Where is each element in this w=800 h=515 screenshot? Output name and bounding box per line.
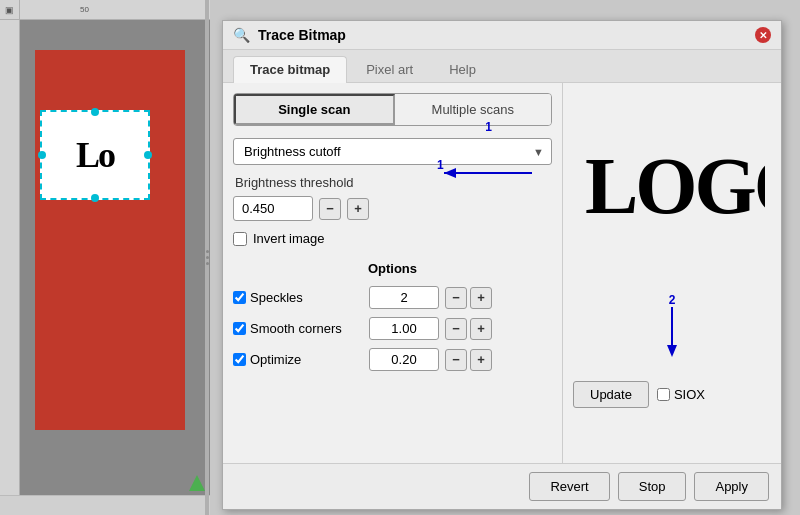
logo-box: Lo — [40, 110, 150, 200]
sep-dot-3 — [206, 262, 209, 265]
invert-label: Invert image — [253, 231, 325, 246]
annotation-arrow-2 — [662, 307, 682, 357]
sep-dot-1 — [206, 250, 209, 253]
close-button[interactable]: ✕ — [755, 27, 771, 43]
handle-right — [144, 151, 152, 159]
optimize-row: Optimize − + — [233, 348, 552, 371]
optimize-steppers: − + — [445, 349, 492, 371]
single-scan-button[interactable]: Single scan — [234, 94, 395, 125]
speckles-decrement[interactable]: − — [445, 287, 467, 309]
speckles-label-container: Speckles — [233, 290, 363, 305]
dropdown-container: 1 Brightness cutoff Edge detection Color… — [233, 138, 552, 165]
invert-row: Invert image — [233, 231, 552, 246]
smooth-corners-checkbox[interactable] — [233, 322, 246, 335]
dialog-icon: 🔍 — [233, 27, 250, 43]
canvas-logo-text: Lo — [76, 134, 114, 176]
canvas-area: ▣ 50 Lo — [0, 0, 210, 515]
threshold-label: Brightness threshold — [233, 175, 552, 190]
panel-separator — [205, 0, 209, 515]
trace-bitmap-dialog: 🔍 Trace Bitmap ✕ Trace bitmap Pixel art … — [222, 20, 782, 510]
ruler-left — [0, 20, 20, 515]
red-background — [35, 50, 185, 430]
speckles-row: Speckles − + — [233, 286, 552, 309]
siox-label: SIOX — [674, 387, 705, 402]
tab-trace-bitmap[interactable]: Trace bitmap — [233, 56, 347, 83]
update-siox-row: Update SIOX — [573, 381, 705, 408]
multiple-scans-button[interactable]: Multiple scans — [395, 94, 552, 125]
smooth-corners-row: Smooth corners − + — [233, 317, 552, 340]
speckles-label: Speckles — [250, 290, 303, 305]
annotation-num-2: 2 — [669, 293, 676, 307]
optimize-input[interactable] — [369, 348, 439, 371]
tab-pixel-art[interactable]: Pixel art — [349, 56, 430, 82]
revert-button[interactable]: Revert — [529, 472, 609, 501]
stop-button[interactable]: Stop — [618, 472, 687, 501]
smooth-corners-label: Smooth corners — [250, 321, 342, 336]
logo-svg: LOGO — [580, 128, 765, 228]
canvas-content: Lo — [20, 20, 210, 495]
tabs-bar: Trace bitmap Pixel art Help — [223, 50, 781, 83]
speckles-increment[interactable]: + — [470, 287, 492, 309]
optimize-checkbox[interactable] — [233, 353, 246, 366]
threshold-increment[interactable]: + — [347, 198, 369, 220]
apply-button[interactable]: Apply — [694, 472, 769, 501]
scrollbar-bottom[interactable] — [0, 495, 210, 515]
threshold-input[interactable] — [233, 196, 313, 221]
svg-text:LOGO: LOGO — [585, 142, 765, 228]
svg-marker-2 — [667, 345, 677, 357]
annotation-1-label: 1 — [485, 120, 492, 134]
annotation-num-1: 1 — [485, 120, 492, 134]
tab-help[interactable]: Help — [432, 56, 493, 82]
scan-buttons: Single scan Multiple scans — [233, 93, 552, 126]
dialog-footer: Revert Stop Apply — [223, 463, 781, 509]
corner-indicator: ▣ — [5, 5, 14, 15]
handle-bottom — [91, 194, 99, 202]
handle-top — [91, 108, 99, 116]
options-title: Options — [233, 261, 552, 276]
annotation-2-container: 2 — [662, 293, 682, 357]
left-panel: Single scan Multiple scans 1 Brightness … — [223, 83, 563, 463]
smooth-corners-label-container: Smooth corners — [233, 321, 363, 336]
dialog-title: Trace Bitmap — [258, 27, 747, 43]
preview-logo: LOGO — [580, 128, 765, 243]
ruler-top: 50 — [20, 0, 210, 20]
threshold-value-row: − + — [233, 196, 552, 221]
dialog-titlebar: 🔍 Trace Bitmap ✕ — [223, 21, 781, 50]
update-button[interactable]: Update — [573, 381, 649, 408]
brightness-dropdown[interactable]: Brightness cutoff Edge detection Color q… — [233, 138, 552, 165]
smooth-corners-input[interactable] — [369, 317, 439, 340]
smooth-corners-increment[interactable]: + — [470, 318, 492, 340]
speckles-steppers: − + — [445, 287, 492, 309]
speckles-checkbox[interactable] — [233, 291, 246, 304]
invert-checkbox[interactable] — [233, 232, 247, 246]
optimize-label-container: Optimize — [233, 352, 363, 367]
dialog-body: Single scan Multiple scans 1 Brightness … — [223, 83, 781, 463]
ruler-corner: ▣ — [0, 0, 20, 20]
smooth-corners-steppers: − + — [445, 318, 492, 340]
handle-left — [38, 151, 46, 159]
ruler-tick-50: 50 — [80, 5, 89, 14]
siox-container: SIOX — [657, 387, 705, 402]
optimize-increment[interactable]: + — [470, 349, 492, 371]
dropdown-row: Brightness cutoff Edge detection Color q… — [233, 138, 552, 165]
threshold-decrement[interactable]: − — [319, 198, 341, 220]
siox-checkbox[interactable] — [657, 388, 670, 401]
speckles-input[interactable] — [369, 286, 439, 309]
right-panel: LOGO 2 Update SIOX — [563, 83, 781, 463]
optimize-decrement[interactable]: − — [445, 349, 467, 371]
sep-dot-2 — [206, 256, 209, 259]
optimize-label: Optimize — [250, 352, 301, 367]
smooth-corners-decrement[interactable]: − — [445, 318, 467, 340]
